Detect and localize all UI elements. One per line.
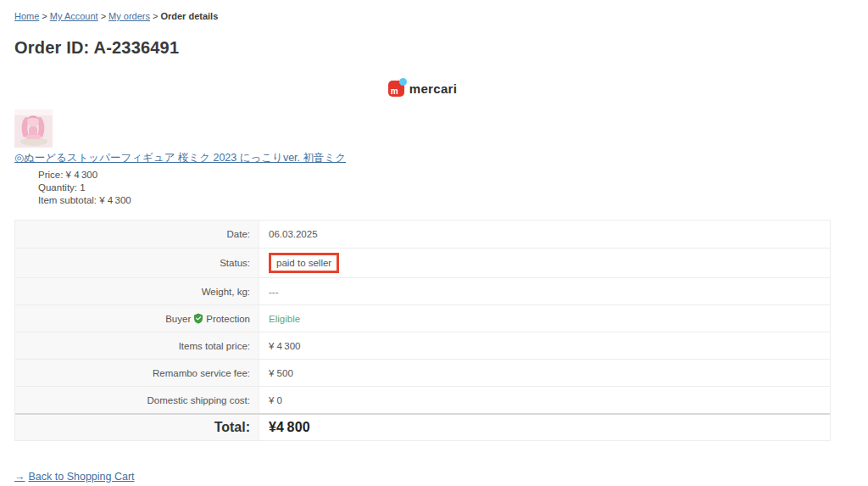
mercari-m-letter: m [391,87,398,96]
buyer-protection-label-post: Protection [206,314,250,324]
table-row-date: Date: 06.03.2025 [15,221,830,248]
product-thumbnail-graphic [14,109,53,148]
mercari-logo-text: mercari [409,81,457,96]
footer-links: →Back to Shopping Cart →Back to Orders l… [14,471,868,486]
mercari-logo-icon: m [388,81,404,97]
total-label: Total: [15,415,259,440]
back-to-cart-label: Back to Shopping Cart [29,471,135,483]
back-to-shopping-cart-link[interactable]: →Back to Shopping Cart [14,471,135,483]
product-image[interactable] [14,109,53,148]
total-value: ¥4 800 [259,415,830,440]
status-label: Status: [15,249,259,277]
quantity-value: 1 [80,182,85,193]
table-row-service-fee: Remambo service fee: ¥ 500 [15,359,830,386]
product-title-link[interactable]: ◎ぬーどるストッパーフィギュア 桜ミク 2023 にっこりver. 初音ミク [14,151,346,165]
table-row-total: Total: ¥4 800 [15,413,830,440]
date-label: Date: [15,221,259,248]
table-row-weight: Weight, kg: --- [15,277,830,304]
breadcrumb-separator: > [101,11,106,21]
subtotal-value: ¥ 4 300 [99,195,131,205]
items-total-label: Items total price: [15,332,259,359]
buyer-protection-value: Eligible [259,305,830,332]
product-section: ◎ぬーどるストッパーフィギュア 桜ミク 2023 にっこりver. 初音ミク P… [14,109,868,207]
buyer-protection-shield-icon [193,313,203,324]
breadcrumb-my-account-link[interactable]: My Account [50,11,98,21]
weight-label: Weight, kg: [15,278,259,304]
table-row-buyer-protection: Buyer Protection Eligible [15,304,830,332]
breadcrumb-current: Order details [160,11,218,21]
product-price-line: Price: ¥ 4 300 [38,169,868,182]
status-badge: paid to seller [269,253,339,273]
table-row-domestic-shipping: Domestic shipping cost: ¥ 0 [15,386,830,413]
domestic-shipping-label: Domestic shipping cost: [15,387,259,413]
product-subtotal-line: Item subtotal: ¥ 4 300 [38,194,868,207]
order-summary-table: Date: 06.03.2025 Status: paid to seller … [14,220,831,441]
quantity-label: Quantity: [38,182,77,193]
breadcrumb-home-link[interactable]: Home [14,11,39,21]
buyer-protection-label-pre: Buyer [165,314,191,324]
mercari-blue-dot-icon [399,78,407,86]
price-value: ¥ 4 300 [66,170,97,180]
service-fee-label: Remambo service fee: [15,360,259,386]
status-value-cell: paid to seller [259,249,830,277]
breadcrumb: Home>My Account>My orders>Order details [14,11,868,22]
breadcrumb-separator: > [42,11,47,21]
back-to-cart-row: →Back to Shopping Cart [14,471,868,483]
date-value: 06.03.2025 [259,221,830,248]
arrow-icon: → [14,471,25,483]
breadcrumb-my-orders-link[interactable]: My orders [108,11,150,21]
product-details: Price: ¥ 4 300 Quantity: 1 Item subtotal… [38,169,868,207]
subtotal-label: Item subtotal: [38,195,97,205]
page-title: Order ID: A-2336491 [14,38,868,58]
mercari-logo: m mercari [14,81,831,97]
domestic-shipping-value: ¥ 0 [259,387,830,413]
service-fee-value: ¥ 500 [259,360,830,386]
price-label: Price: [38,170,63,180]
table-row-status: Status: paid to seller [15,248,830,277]
table-row-items-total: Items total price: ¥ 4 300 [15,332,830,359]
product-quantity-line: Quantity: 1 [38,182,868,194]
buyer-protection-label: Buyer Protection [15,305,259,332]
breadcrumb-separator: > [153,11,158,21]
items-total-value: ¥ 4 300 [259,332,830,359]
weight-value: --- [259,278,830,304]
order-details-page: Home>My Account>My orders>Order details … [0,0,868,486]
